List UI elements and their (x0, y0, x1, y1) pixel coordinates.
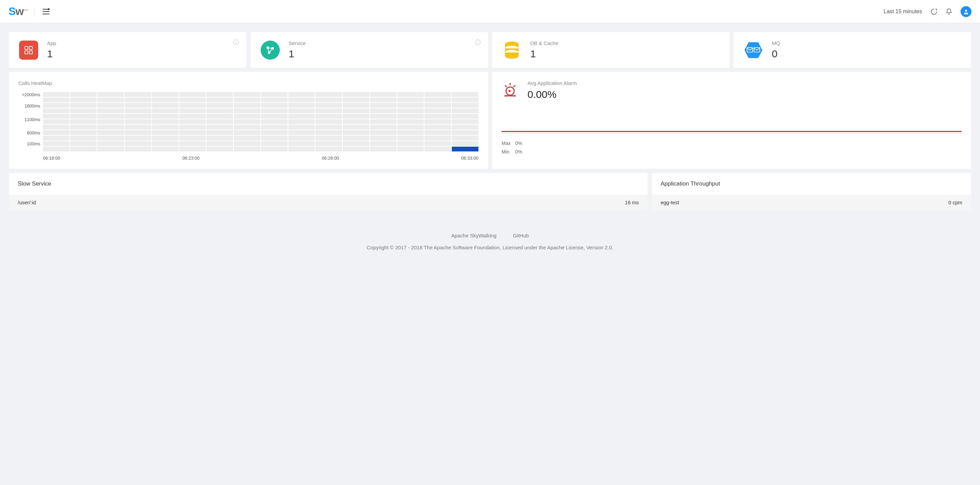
stat-card-db: DB & Cache 1 (492, 32, 730, 68)
svg-rect-2 (29, 46, 32, 49)
network-icon (261, 41, 280, 60)
heatmap-panel: Calls HeatMap >2000ms 1600ms 1100ms 600m… (9, 72, 488, 169)
alarm-icon (501, 81, 519, 99)
user-avatar[interactable] (961, 6, 972, 17)
card-label: App (47, 40, 56, 46)
alarm-label: Avg Application Alarm (528, 80, 577, 86)
service-latency: 16 ms (625, 199, 639, 205)
card-value: 1 (47, 48, 56, 60)
database-icon (502, 41, 521, 60)
card-value: 1 (289, 48, 305, 60)
heatmap-y-axis: >2000ms 1600ms 1100ms 600ms 100ms (18, 92, 40, 152)
panel-title: Application Throughput (652, 173, 971, 195)
dashboard-content: App 1 i Service 1 i DB & Cache 1 (0, 23, 980, 219)
stat-cards-row: App 1 i Service 1 i DB & Cache 1 (9, 32, 971, 68)
list-item[interactable]: egg-test 0 cpm (652, 195, 971, 210)
alarm-panel: Avg Application Alarm 0.00% Max0% Min0% (492, 72, 971, 169)
alarm-gauge (501, 131, 962, 132)
panel-title: Calls HeatMap (18, 80, 479, 86)
card-label: DB & Cache (530, 40, 558, 46)
lists-row: Slow Service /user/:id 16 ms Application… (9, 173, 971, 210)
list-item[interactable]: /user/:id 16 ms (9, 195, 648, 210)
throughput-panel: Application Throughput egg-test 0 cpm (652, 173, 971, 210)
mq-icon (744, 41, 763, 60)
grid-icon (19, 41, 38, 60)
heatmap-x-axis: 06:18:00 06:23:00 06:28:00 06:33:00 (43, 154, 479, 161)
refresh-icon[interactable] (931, 8, 937, 15)
heatmap-grid (43, 92, 479, 152)
stat-card-service: Service 1 i (250, 32, 488, 68)
card-value: 1 (530, 48, 558, 60)
card-label: Service (289, 40, 305, 46)
copyright-text: Copyright © 2017 - 2018 The Apache Softw… (0, 244, 980, 250)
time-range-selector[interactable]: Last 15 minutes (884, 8, 922, 15)
alarm-stats: Max0% Min0% (501, 139, 962, 156)
svg-rect-3 (25, 51, 28, 54)
info-icon[interactable]: i (475, 40, 480, 45)
stat-card-app: App 1 i (9, 32, 247, 68)
svg-rect-1 (25, 46, 28, 49)
svg-rect-4 (29, 51, 32, 54)
info-icon[interactable]: i (234, 40, 239, 45)
stat-card-mq: MQ 0 (733, 32, 971, 68)
slow-service-panel: Slow Service /user/:id 16 ms (9, 173, 648, 210)
card-value: 0 (772, 48, 780, 60)
app-header: Sw⌢ Last 15 minutes (0, 0, 980, 23)
footer-link-github[interactable]: GitHub (513, 233, 529, 238)
svg-point-0 (965, 10, 967, 11)
charts-row: Calls HeatMap >2000ms 1600ms 1100ms 600m… (9, 72, 971, 169)
panel-title: Slow Service (9, 173, 648, 195)
menu-toggle-icon[interactable] (41, 7, 51, 16)
service-name: /user/:id (18, 199, 36, 205)
footer-link-skywalking[interactable]: Apache SkyWalking (451, 233, 496, 238)
throughput-value: 0 cpm (948, 199, 962, 205)
card-label: MQ (772, 40, 780, 46)
footer: Apache SkyWalking GitHub Copyright © 201… (0, 219, 980, 257)
bell-icon[interactable] (946, 8, 952, 15)
logo: Sw⌢ (8, 5, 28, 18)
alarm-value: 0.00% (528, 89, 577, 100)
app-name: egg-test (661, 199, 679, 205)
